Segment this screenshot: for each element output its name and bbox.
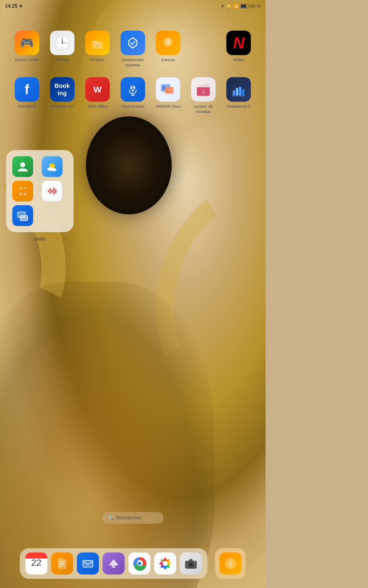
folder-grid: + −× = <box>12 156 67 226</box>
game-controller-icon: 🎮 <box>20 36 34 49</box>
svg-rect-33 <box>239 87 241 95</box>
dock-app-mail[interactable] <box>77 552 99 575</box>
svg-point-11 <box>96 43 99 47</box>
search-label: Rechercher <box>116 515 141 521</box>
svg-text:i: i <box>229 560 231 567</box>
svg-text:i: i <box>167 38 169 45</box>
svg-rect-43 <box>53 187 55 195</box>
search-bar[interactable]: 🔍 Rechercher <box>102 512 163 524</box>
dock-extra: i <box>215 548 246 579</box>
dock-app-photos[interactable] <box>154 552 176 575</box>
photos-icon <box>158 556 173 571</box>
dock-app-astuces[interactable]: i <box>220 552 242 575</box>
weather-icon <box>45 160 59 173</box>
app-label-astuces: Astuces <box>161 58 175 63</box>
calendar-day-name: Jeudi <box>31 554 42 557</box>
folder-app-weather[interactable] <box>42 156 63 177</box>
folder-outils[interactable]: + −× = <box>6 150 74 241</box>
dock-app-pages[interactable] <box>51 552 73 575</box>
app-wps[interactable]: W WPS Office <box>80 77 115 115</box>
dock: Jeudi 22 <box>20 548 246 579</box>
app-row-2: f Facebook Booking Booking.com W WPS Off… <box>9 77 256 115</box>
svg-rect-49 <box>58 559 67 569</box>
app-label-geekbench: Geekbench 6 <box>227 104 251 109</box>
sync-icon: ⊕ <box>19 4 22 8</box>
app-label-honor-docs: HONOR Docs <box>155 104 181 109</box>
svg-text:♪: ♪ <box>202 88 205 96</box>
app-astuces[interactable]: i Astuces <box>151 31 186 68</box>
svg-rect-40 <box>48 190 49 192</box>
svg-rect-47 <box>20 216 28 221</box>
app-icon-facebook: f <box>15 77 39 102</box>
lecteur-svg: ♪ <box>195 81 212 98</box>
recorder-icon <box>45 184 59 198</box>
app-icon-lecteur: ♪ <box>191 77 216 102</box>
svg-point-36 <box>20 162 25 167</box>
app-lecteur[interactable]: ♪ Lecteur de musique <box>186 77 221 115</box>
status-bar: 14:25 ⊕ ✗ 🔔 📶 65 % <box>0 0 266 12</box>
app-label-netflix: Netflix <box>233 58 244 63</box>
honor-docs-svg <box>159 80 177 99</box>
app-label-gestionnaire: Gestionnaire système <box>116 58 150 68</box>
svg-rect-31 <box>233 90 235 95</box>
app-honor-docs[interactable]: HONOR Docs <box>151 77 186 115</box>
app-label-voice-access: Voice Access <box>121 104 145 109</box>
bluetooth-icon: ✗ <box>221 4 224 9</box>
dock-app-cleanup[interactable] <box>103 552 125 575</box>
app-booking[interactable]: Booking Booking.com <box>44 77 80 115</box>
folder-app-recorder[interactable] <box>42 181 63 202</box>
pages-icon <box>56 557 69 570</box>
app-label-booking: Booking.com <box>51 104 74 109</box>
app-label-facebook: Facebook <box>18 104 36 109</box>
folder-app-screens[interactable] <box>12 205 33 226</box>
app-game-center[interactable]: 🎮 Game Center <box>9 31 44 68</box>
svg-rect-14 <box>97 46 98 47</box>
app-voice-access[interactable]: Voice Access <box>115 77 150 115</box>
app-label-horloge: Horloge <box>55 58 69 63</box>
dock-app-chrome[interactable] <box>128 552 151 575</box>
svg-rect-12 <box>97 44 98 45</box>
app-fichiers[interactable]: Fichiers <box>80 31 115 68</box>
folder-app-contacts[interactable] <box>12 156 33 177</box>
svg-rect-13 <box>96 45 99 46</box>
app-gestionnaire[interactable]: Gestionnaire système <box>115 31 150 68</box>
app-netflix[interactable]: N Netflix <box>221 31 256 68</box>
facebook-f-icon: f <box>25 82 29 97</box>
camera-icon <box>183 556 199 571</box>
svg-point-75 <box>194 561 195 563</box>
calc-symbols-icon: + −× = <box>19 185 26 197</box>
dock-app-camera[interactable] <box>180 552 202 575</box>
folder-app-calculator[interactable]: + −× = <box>12 181 33 202</box>
folder-container: + −× = <box>6 150 74 232</box>
app-icon-gestionnaire <box>121 31 145 55</box>
astuces-svg: i <box>160 35 176 51</box>
voice-access-svg <box>125 82 140 97</box>
app-facebook[interactable]: f Facebook <box>9 77 44 115</box>
folder-label: Outils <box>6 236 74 241</box>
app-icon-honor-docs <box>156 77 180 102</box>
calendar-date: Jeudi 22 <box>25 552 48 575</box>
svg-rect-56 <box>112 565 116 568</box>
time-display: 14:25 <box>5 3 17 9</box>
booking-text-icon: Booking <box>55 82 70 97</box>
app-horloge[interactable]: Horloge <box>44 31 80 68</box>
svg-rect-44 <box>55 189 56 193</box>
status-time: 14:25 ⊕ <box>5 3 22 9</box>
svg-point-74 <box>190 564 192 566</box>
app-label-lecteur: Lecteur de musique <box>186 104 220 115</box>
contacts-icon <box>16 160 29 173</box>
netflix-n-icon: N <box>233 35 245 51</box>
app-geekbench[interactable]: Geekbench 6 <box>221 77 256 115</box>
dock-app-calendar[interactable]: Jeudi 22 <box>25 552 48 575</box>
astuces-dock-icon: i <box>224 557 237 570</box>
svg-text:W: W <box>94 85 102 94</box>
svg-point-69 <box>163 561 168 566</box>
search-icon: 🔍 <box>108 515 113 520</box>
app-row-1: 🎮 Game Center <box>9 31 256 68</box>
dock-separator <box>211 556 212 571</box>
mail-icon <box>81 557 95 570</box>
svg-rect-34 <box>242 89 244 95</box>
svg-point-39 <box>50 168 56 171</box>
battery-icon <box>240 4 249 8</box>
search-pill[interactable]: 🔍 Rechercher <box>102 512 163 524</box>
